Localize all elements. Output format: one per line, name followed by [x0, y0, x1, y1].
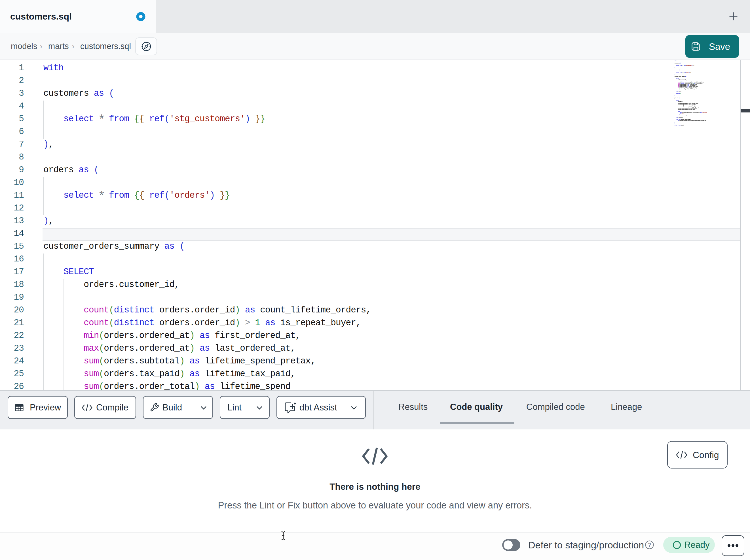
svg-text:?: ? [648, 542, 651, 548]
